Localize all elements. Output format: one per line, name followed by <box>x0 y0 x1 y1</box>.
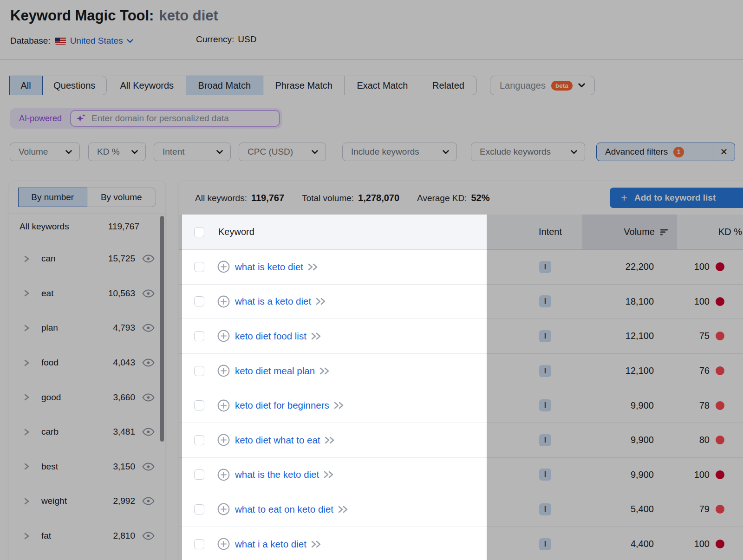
group-count: 4,043 <box>113 358 135 368</box>
add-keyword-icon[interactable] <box>217 503 230 515</box>
eye-icon[interactable] <box>142 497 155 505</box>
add-keyword-icon[interactable] <box>217 365 230 377</box>
row-checkbox[interactable] <box>194 539 204 549</box>
keyword-link[interactable]: what to eat on keto diet <box>235 504 333 515</box>
include-keywords-dropdown[interactable]: Include keywords <box>342 143 457 161</box>
keyword-link[interactable]: keto diet food list <box>235 331 306 342</box>
eye-icon[interactable] <box>142 289 155 298</box>
clear-advanced-filters-button[interactable]: ✕ <box>713 143 735 161</box>
intent-badge[interactable]: I <box>539 469 551 481</box>
stat-average-kd-label: Average KD: <box>417 193 467 203</box>
keyword-group-item[interactable]: weight 2,992 <box>9 484 165 519</box>
double-chevron-right-icon[interactable] <box>315 298 326 305</box>
keyword-group-item[interactable]: fat 2,810 <box>9 519 165 553</box>
eye-icon[interactable] <box>142 532 155 540</box>
match-tab[interactable]: Phrase Match <box>263 76 345 95</box>
match-tab[interactable]: Related <box>420 76 477 95</box>
match-tab[interactable]: Exact Match <box>344 76 420 95</box>
double-chevron-right-icon[interactable] <box>307 263 319 271</box>
intent-badge[interactable]: I <box>539 261 551 273</box>
keyword-link[interactable]: keto diet meal plan <box>235 365 315 377</box>
add-keyword-icon[interactable] <box>217 330 230 342</box>
kd-filter-dropdown[interactable]: KD % <box>88 143 146 161</box>
intent-badge[interactable]: I <box>539 330 551 342</box>
intent-column-header[interactable]: Intent <box>487 215 582 249</box>
add-keyword-icon[interactable] <box>217 538 230 550</box>
keyword-group-item[interactable]: eat 10,563 <box>9 276 165 311</box>
group-count: 3,660 <box>113 392 135 403</box>
eye-icon[interactable] <box>142 254 155 263</box>
add-keyword-icon[interactable] <box>217 469 230 481</box>
eye-icon[interactable] <box>142 393 155 402</box>
intent-badge[interactable]: I <box>539 399 551 411</box>
add-to-keyword-list-button[interactable]: + Add to keyword list <box>610 188 743 208</box>
row-checkbox[interactable] <box>194 296 204 306</box>
keyword-group-item[interactable]: plan 4,793 <box>9 311 165 345</box>
intent-badge[interactable]: I <box>539 365 551 377</box>
double-chevron-right-icon[interactable] <box>311 540 322 548</box>
row-checkbox[interactable] <box>194 504 204 514</box>
select-all-checkbox[interactable] <box>194 227 204 237</box>
intent-badge[interactable]: I <box>539 295 551 307</box>
keyword-link[interactable]: keto diet what to eat <box>235 435 320 446</box>
kd-cell: 100 <box>677 458 743 492</box>
languages-dropdown[interactable]: Languages beta <box>490 76 595 95</box>
eye-icon[interactable] <box>142 324 155 332</box>
double-chevron-right-icon[interactable] <box>324 436 335 444</box>
kd-column-header[interactable]: KD % <box>677 215 743 249</box>
sidebar-scrollbar-thumb[interactable] <box>160 216 164 442</box>
chevron-right-icon <box>23 429 30 436</box>
database-selector[interactable]: United States <box>70 36 133 46</box>
keyword-link[interactable]: what is a keto diet <box>235 296 311 307</box>
advanced-filters-button[interactable]: Advanced filters 1 ✕ <box>596 143 735 161</box>
intent-badge[interactable]: I <box>539 538 551 550</box>
add-keyword-icon[interactable] <box>217 295 230 308</box>
sort-toggle-option[interactable]: By number <box>18 188 88 207</box>
cpc-filter-dropdown[interactable]: CPC (USD) <box>239 143 326 161</box>
intent-filter-dropdown[interactable]: Intent <box>154 143 231 161</box>
keyword-cell: what i a keto diet <box>179 527 487 560</box>
match-tab[interactable]: Broad Match <box>186 76 263 95</box>
kd-difficulty-dot <box>716 401 724 410</box>
keyword-link[interactable]: what is keto diet <box>235 261 303 273</box>
row-checkbox[interactable] <box>194 435 204 445</box>
row-checkbox[interactable] <box>194 469 204 480</box>
keyword-group-item[interactable]: best 3,150 <box>9 449 165 484</box>
chevron-right-icon <box>23 325 30 332</box>
sidebar-all-keywords[interactable]: All keywords 119,767 <box>9 215 165 238</box>
intent-badge[interactable]: I <box>539 503 551 515</box>
add-keyword-icon[interactable] <box>217 399 230 412</box>
keyword-link[interactable]: keto diet for beginners <box>235 400 329 411</box>
volume-filter-dropdown[interactable]: Volume <box>10 143 80 161</box>
intent-badge[interactable]: I <box>539 434 551 446</box>
double-chevron-right-icon[interactable] <box>323 471 334 478</box>
row-checkbox[interactable] <box>194 331 204 341</box>
add-keyword-icon[interactable] <box>217 434 230 446</box>
sort-toggle-option[interactable]: By volume <box>87 188 156 207</box>
eye-icon[interactable] <box>142 428 155 436</box>
keyword-group-item[interactable]: can 15,725 <box>9 241 165 276</box>
add-keyword-icon[interactable] <box>217 260 230 273</box>
table-row: what is keto diet I 22,200 100 <box>179 250 743 285</box>
keyword-group-item[interactable]: carb 3,481 <box>9 415 165 449</box>
domain-input[interactable] <box>70 110 280 127</box>
row-checkbox[interactable] <box>194 262 204 272</box>
keyword-link[interactable]: what is the keto diet <box>235 469 319 480</box>
exclude-keywords-dropdown[interactable]: Exclude keywords <box>471 143 585 161</box>
row-checkbox[interactable] <box>194 366 204 376</box>
keyword-group-item[interactable]: food 4,043 <box>9 345 165 380</box>
tab[interactable]: All <box>9 76 43 95</box>
keyword-link[interactable]: what i a keto diet <box>235 539 306 550</box>
double-chevron-right-icon[interactable] <box>338 506 349 513</box>
sidebar-divider <box>9 214 165 214</box>
keyword-group-item[interactable]: good 3,660 <box>9 380 165 415</box>
eye-icon[interactable] <box>142 462 155 471</box>
tab[interactable]: Questions <box>42 76 107 95</box>
match-tab[interactable]: All Keywords <box>108 76 187 95</box>
eye-icon[interactable] <box>142 358 155 367</box>
row-checkbox[interactable] <box>194 400 204 410</box>
double-chevron-right-icon[interactable] <box>311 332 322 340</box>
double-chevron-right-icon[interactable] <box>333 402 345 409</box>
volume-column-header[interactable]: Volume <box>582 215 677 249</box>
double-chevron-right-icon[interactable] <box>319 367 330 375</box>
